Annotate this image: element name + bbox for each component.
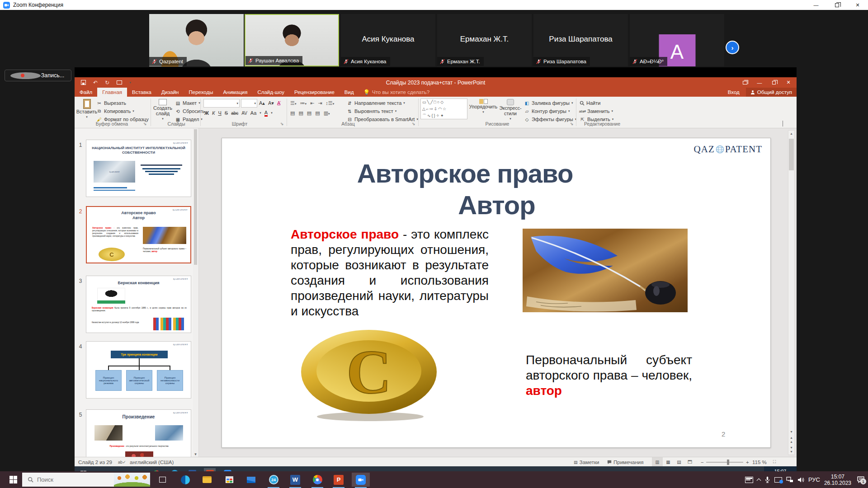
- scroll-down-icon[interactable]: ▾: [193, 452, 198, 456]
- slide-thumbnail-5[interactable]: QAZPATENT Произведение Произведение - эт…: [86, 409, 191, 457]
- align-right-button[interactable]: ▤: [307, 110, 311, 116]
- zoom-level[interactable]: 115 %: [752, 457, 767, 467]
- clear-formatting-button[interactable]: A̲͐: [277, 99, 280, 107]
- next-participants-button[interactable]: ›: [726, 41, 739, 54]
- slide-sorter-view-button[interactable]: ▦: [663, 457, 674, 467]
- participant-tile[interactable]: Асия Куканова Асия Куканова: [341, 14, 435, 66]
- shapes-gallery[interactable]: ▭╲╱□○◇△⌐⇨⇩◠☆⌒∿{}✧✦: [420, 99, 467, 119]
- fit-to-window-button[interactable]: ⛶: [773, 457, 776, 467]
- taskbar-search[interactable]: [22, 473, 150, 487]
- align-text-button[interactable]: ⇅Выровнять текст▾: [347, 107, 396, 115]
- scroll-up-icon[interactable]: ▴: [788, 131, 794, 136]
- character-spacing-button[interactable]: AV: [241, 111, 247, 116]
- justify-button[interactable]: ▤: [315, 110, 320, 116]
- slide-thumbnail-1[interactable]: QAZPATENT НАЦИОНАЛЬНЫЙ ИНСТИТУТ ИНТЕЛЛЕК…: [86, 140, 191, 197]
- layout-button[interactable]: ▤Макет▾: [175, 99, 200, 107]
- close-button[interactable]: ✕: [847, 0, 868, 10]
- clipboard-dialog-launcher[interactable]: ⇘: [143, 122, 148, 126]
- shrink-font-button[interactable]: A▾: [268, 99, 274, 107]
- collapse-ribbon-button[interactable]: [783, 121, 783, 127]
- drawing-dialog-launcher[interactable]: ⇘: [570, 122, 575, 126]
- bold-button[interactable]: Ж: [204, 110, 209, 116]
- tell-me-box[interactable]: 💡 Что вы хотите сделать?: [359, 88, 434, 97]
- restore-button[interactable]: [826, 0, 847, 10]
- shape-outline-button[interactable]: ▱Контур фигуры▾: [524, 107, 570, 115]
- scroll-down-icon[interactable]: ▾: [788, 430, 794, 434]
- participant-tile[interactable]: Ермахан Ж.Т. Ермахан Ж.Т.: [437, 14, 532, 66]
- sign-in-button[interactable]: Вход: [728, 89, 740, 95]
- spellcheck-icon[interactable]: ab✓: [118, 457, 126, 467]
- columns-button[interactable]: ▥▾: [324, 110, 330, 116]
- previous-slide-button[interactable]: ▴▴: [788, 436, 794, 444]
- mail-icon[interactable]: [242, 473, 260, 487]
- thumbnail-scrollbar[interactable]: ▾: [193, 128, 198, 457]
- store-icon[interactable]: [220, 473, 238, 487]
- align-left-button[interactable]: ▤: [290, 110, 295, 116]
- strikethrough-button[interactable]: S: [225, 110, 228, 116]
- participant-tile[interactable]: A AÐ»Ð¼Ð°: [630, 14, 724, 66]
- shape-effects-button[interactable]: ◇Эффекты фигуры▾: [524, 115, 576, 123]
- numbering-button[interactable]: ≔▾: [300, 100, 307, 106]
- tab-review[interactable]: Рецензирование: [289, 88, 340, 97]
- start-button[interactable]: [4, 473, 22, 487]
- scrollbar-thumb[interactable]: [789, 139, 794, 170]
- subscript-button[interactable]: abc: [231, 111, 238, 116]
- word-icon[interactable]: W: [286, 473, 304, 487]
- slide-thumbnail-2-selected[interactable]: QAZPATENT Авторское правоАвтор Авторское…: [86, 206, 191, 263]
- ppt-restore-button[interactable]: [768, 77, 780, 88]
- text-direction-button[interactable]: ⇵Направление текста▾: [347, 99, 405, 107]
- ribbon-display-options-button[interactable]: [739, 77, 751, 88]
- tab-slideshow[interactable]: Слайд-шоу: [252, 88, 289, 97]
- tab-file[interactable]: Файл: [75, 88, 97, 97]
- find-button[interactable]: Найти: [580, 99, 600, 107]
- replace-button[interactable]: ab⇄Заменить▾: [580, 107, 613, 115]
- zoom-out-button[interactable]: −: [701, 457, 704, 467]
- tab-design[interactable]: Дизайн: [156, 88, 184, 97]
- network-icon[interactable]: [786, 477, 793, 483]
- italic-button[interactable]: К: [212, 110, 215, 116]
- tab-animation[interactable]: Анимация: [218, 88, 252, 97]
- tab-home[interactable]: Главная: [97, 88, 127, 97]
- font-size-combo[interactable]: ▾: [241, 99, 257, 108]
- slide-canvas[interactable]: QAZ PATENT Авторское право Автор Авторск…: [222, 138, 771, 448]
- align-center-button[interactable]: ▤: [298, 110, 303, 116]
- search-input[interactable]: [37, 476, 105, 483]
- hidden-icons-chevron[interactable]: [757, 478, 760, 482]
- next-slide-button[interactable]: ▾▾: [788, 446, 794, 454]
- zoom-icon-active[interactable]: [352, 473, 370, 487]
- cut-button[interactable]: ✂Вырезать: [96, 99, 126, 107]
- tab-view[interactable]: Вид: [340, 88, 359, 97]
- reading-view-button[interactable]: ▤: [674, 457, 684, 467]
- slideshow-view-button[interactable]: 🗔: [684, 457, 695, 467]
- tab-transitions[interactable]: Переходы: [184, 88, 218, 97]
- slide-scrollbar[interactable]: ▴ ▾ ▴▴ ▾▾: [788, 130, 795, 455]
- zoom-slider-knob[interactable]: [727, 460, 729, 465]
- task-view-icon[interactable]: [153, 473, 171, 487]
- copy-button[interactable]: ⧉Копировать▾: [96, 107, 134, 115]
- line-spacing-button[interactable]: ↕☰▾: [326, 100, 334, 106]
- underline-button[interactable]: Ч: [218, 110, 221, 116]
- edge-icon[interactable]: [176, 473, 194, 487]
- notes-button[interactable]: ▤Заметки: [574, 457, 599, 467]
- normal-view-button[interactable]: ▥: [652, 457, 663, 467]
- recording-indicator[interactable]: Запись...: [5, 70, 71, 81]
- ppt-close-button[interactable]: ✕: [782, 77, 795, 88]
- microphone-icon[interactable]: [764, 476, 770, 483]
- font-name-combo[interactable]: ▾: [203, 99, 240, 108]
- minimize-button[interactable]: —: [806, 0, 826, 10]
- increase-indent-button[interactable]: ⇥: [318, 100, 322, 106]
- widgets-icon[interactable]: [745, 477, 753, 483]
- paragraph-dialog-launcher[interactable]: ⇘: [412, 122, 416, 126]
- participant-tile-active-speaker[interactable]: Раушан Аввалова: [245, 14, 339, 66]
- language-indicator[interactable]: РУС: [808, 476, 820, 483]
- tab-insert[interactable]: Вставка: [127, 88, 156, 97]
- comments-button[interactable]: Примечания: [607, 457, 643, 467]
- slide-thumbnail-3[interactable]: QAZPATENT Бернская конвенция Бернская ко…: [86, 276, 191, 333]
- speaker-icon[interactable]: [797, 477, 804, 483]
- share-button[interactable]: Общий доступ: [746, 88, 797, 97]
- bullets-button[interactable]: ☰▾: [290, 100, 296, 106]
- shape-fill-button[interactable]: ◧Заливка фигуры▾: [524, 99, 573, 107]
- taskbar-clock[interactable]: 15:0726.10.2023: [824, 474, 851, 486]
- slide-thumbnail-4[interactable]: QAZPATENT Три принципа конвенции Принцип…: [86, 341, 191, 399]
- chrome-icon[interactable]: [308, 473, 326, 487]
